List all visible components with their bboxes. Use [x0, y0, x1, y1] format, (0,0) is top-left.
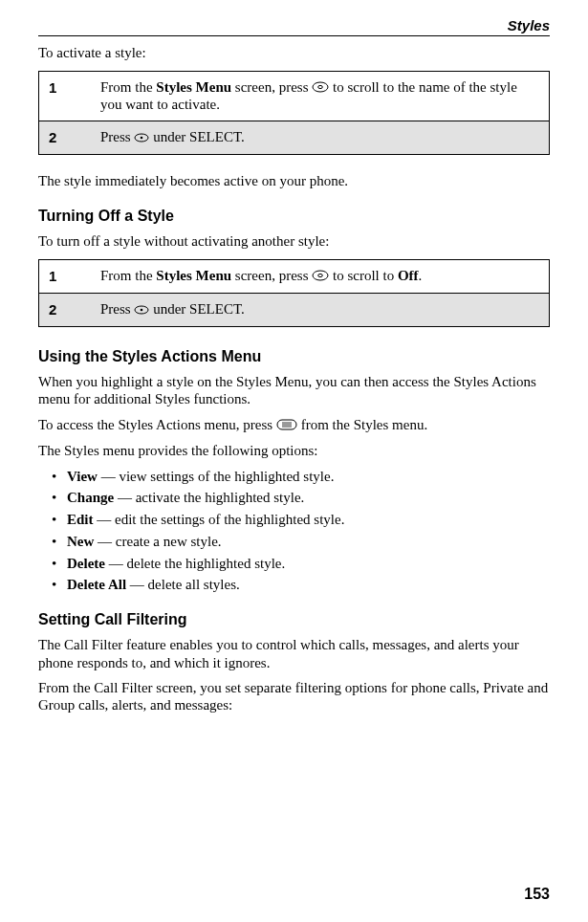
actions-menu-p2: To access the Styles Actions menu, press… — [38, 416, 550, 435]
option-term: Delete — [67, 556, 105, 571]
text-fragment: to scroll to — [329, 268, 398, 283]
text-fragment: . — [419, 268, 423, 283]
page-number: 153 — [524, 886, 550, 903]
option-desc: — delete the highlighted style. — [105, 556, 285, 571]
activate-intro: To activate a style: — [38, 44, 550, 61]
header-rule — [38, 35, 550, 36]
list-item: Delete All — delete all styles. — [38, 576, 550, 594]
actions-menu-p1: When you highlight a style on the Styles… — [38, 373, 550, 408]
step-text: From the Styles Menu screen, press to sc… — [91, 260, 550, 294]
turnoff-steps-table: 1 From the Styles Menu screen, press to … — [38, 259, 550, 327]
step-number: 2 — [39, 294, 92, 327]
styles-menu-label: Styles Menu — [156, 79, 231, 95]
svg-point-5 — [318, 274, 323, 276]
activate-result: The style immediately becomes active on … — [38, 172, 550, 189]
actions-menu-p3: The Styles menu provides the following o… — [38, 442, 550, 459]
option-desc: — delete all styles. — [126, 577, 240, 592]
option-desc: — view settings of the highlighted style… — [98, 469, 334, 484]
off-label: Off — [398, 268, 419, 283]
nav-scroll-icon — [312, 80, 329, 97]
step-number: 1 — [39, 72, 92, 121]
option-term: New — [67, 534, 94, 549]
option-term: Edit — [67, 512, 94, 527]
step-text: Press under SELECT. — [91, 121, 550, 155]
list-item: New — create a new style. — [38, 533, 550, 551]
call-filtering-p1: The Call Filter feature enables you to c… — [38, 636, 550, 671]
table-row: 2 Press under SELECT. — [39, 294, 550, 327]
svg-point-0 — [313, 82, 328, 92]
turning-off-intro: To turn off a style without activating a… — [38, 232, 550, 250]
step-number: 2 — [39, 121, 92, 155]
option-term: Delete All — [67, 577, 126, 592]
text-fragment: screen, press — [231, 79, 312, 95]
option-term: View — [67, 469, 98, 484]
svg-point-1 — [318, 86, 323, 89]
text-fragment: To access the Styles Actions menu, press — [38, 417, 276, 432]
step-text: From the Styles Menu screen, press to sc… — [91, 72, 550, 121]
heading-turning-off: Turning Off a Style — [38, 208, 550, 225]
text-fragment: under SELECT. — [149, 129, 244, 144]
softkey-icon — [134, 302, 149, 318]
option-desc: — activate the highlighted style. — [114, 490, 304, 505]
call-filtering-p2: From the Call Filter screen, you set sep… — [38, 679, 550, 714]
text-fragment: Press — [100, 129, 134, 144]
svg-point-3 — [141, 137, 143, 140]
text-fragment: screen, press — [231, 268, 312, 283]
text-fragment: From the — [100, 268, 156, 283]
text-fragment: under SELECT. — [149, 301, 244, 317]
page: Styles To activate a style: 1 From the S… — [0, 0, 588, 922]
list-item: View — view settings of the highlighted … — [38, 468, 550, 486]
table-row: 1 From the Styles Menu screen, press to … — [39, 260, 550, 294]
option-term: Change — [67, 490, 114, 505]
running-header: Styles — [38, 17, 550, 33]
menu-key-icon — [276, 417, 297, 434]
styles-menu-label: Styles Menu — [156, 268, 231, 283]
softkey-icon — [134, 130, 149, 146]
text-fragment: from the Styles menu. — [297, 417, 427, 432]
svg-point-4 — [313, 271, 328, 280]
option-desc: — create a new style. — [94, 534, 221, 549]
list-item: Delete — delete the highlighted style. — [38, 555, 550, 573]
heading-actions-menu: Using the Styles Actions Menu — [38, 348, 550, 365]
step-number: 1 — [39, 260, 92, 294]
list-item: Edit — edit the settings of the highligh… — [38, 511, 550, 529]
text-fragment: From the — [100, 79, 156, 95]
step-text: Press under SELECT. — [91, 294, 550, 327]
text-fragment: Press — [100, 301, 134, 317]
list-item: Change — activate the highlighted style. — [38, 489, 550, 507]
heading-call-filtering: Setting Call Filtering — [38, 611, 550, 628]
nav-scroll-icon — [312, 269, 329, 285]
options-list: View — view settings of the highlighted … — [38, 468, 550, 595]
svg-point-7 — [141, 309, 143, 312]
table-row: 2 Press under SELECT. — [39, 121, 550, 155]
option-desc: — edit the settings of the highlighted s… — [94, 512, 345, 527]
activate-steps-table: 1 From the Styles Menu screen, press to … — [38, 71, 550, 155]
table-row: 1 From the Styles Menu screen, press to … — [39, 72, 550, 121]
